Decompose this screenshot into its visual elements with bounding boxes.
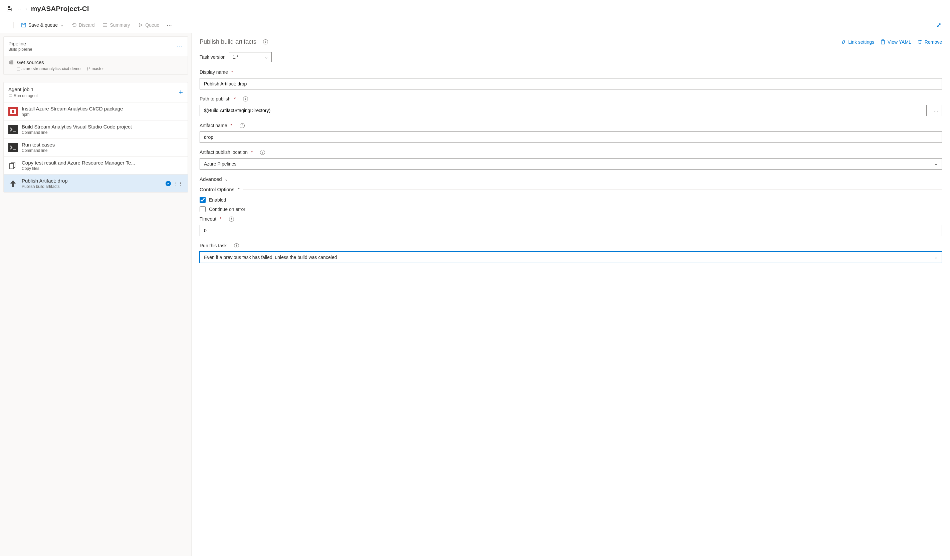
drag-handle-icon[interactable]: ⋮⋮ (174, 181, 183, 186)
play-icon (138, 22, 143, 28)
undo-icon (71, 22, 77, 28)
chevron-right-icon: › (25, 6, 27, 11)
agent-subtitle: Run on agent (8, 94, 38, 98)
svg-rect-10 (9, 95, 12, 97)
chevron-down-icon: ⌄ (265, 55, 268, 59)
project-icon (7, 6, 12, 11)
check-icon (166, 181, 171, 186)
right-panel: Publish build artifacts i Link settings … (192, 33, 950, 556)
run-task-label: Run this task i (200, 243, 942, 248)
breadcrumb: ⋯ › myASAProject-CI (0, 0, 950, 17)
upload-icon (8, 179, 18, 188)
svg-rect-17 (10, 163, 14, 169)
task-item-test[interactable]: Run test cases Command line (4, 138, 188, 156)
agent-header[interactable]: Agent job 1 Run on agent + (4, 82, 188, 102)
details-title: Publish build artifacts i (200, 38, 268, 45)
task-item-npm[interactable]: Install Azure Stream Analytics CI/CD pac… (4, 102, 188, 120)
clipboard-icon (880, 39, 885, 45)
agent-icon (8, 94, 12, 98)
queue-button[interactable]: Queue (134, 20, 163, 30)
trash-icon (917, 39, 922, 45)
save-queue-button[interactable]: Save & queue ⌄ (18, 20, 67, 30)
browse-button[interactable]: ... (930, 105, 942, 116)
svg-rect-3 (9, 9, 10, 10)
pipeline-more-icon[interactable]: ⋯ (177, 43, 183, 50)
details-header: Publish build artifacts i Link settings … (200, 38, 942, 45)
collapse-icon[interactable]: ⤢ (934, 19, 943, 31)
toolbar-more-icon[interactable]: ⋯ (164, 21, 175, 30)
svg-rect-0 (8, 6, 10, 8)
terminal-icon (8, 125, 18, 134)
chevron-down-icon: ⌄ (60, 23, 63, 28)
svg-point-7 (87, 68, 88, 68)
svg-rect-6 (17, 68, 20, 71)
branch-icon (86, 67, 91, 71)
pipeline-title: Pipeline (8, 41, 32, 46)
summary-button[interactable]: Summary (99, 20, 133, 30)
info-icon[interactable]: i (260, 150, 265, 155)
remove-button[interactable]: Remove (917, 39, 942, 45)
control-options-section[interactable]: Control Options ⌃ (200, 186, 942, 192)
artifact-name-input[interactable] (200, 131, 942, 143)
link-settings-button[interactable]: Link settings (841, 39, 874, 45)
npm-icon (8, 107, 18, 116)
agent-card: Agent job 1 Run on agent + Install Azure… (3, 82, 188, 192)
task-item-copy[interactable]: Copy test result and Azure Resource Mana… (4, 156, 188, 174)
svg-rect-2 (8, 9, 9, 10)
run-task-select[interactable]: Even if a previous task has failed, unle… (200, 252, 942, 263)
repo-icon (16, 67, 20, 71)
task-version-label: Task version (200, 54, 226, 60)
svg-point-9 (89, 68, 90, 68)
advanced-section[interactable]: Advanced ⌄ (200, 176, 942, 182)
get-sources[interactable]: Get sources azure-streamanalytics-cicd-d… (4, 56, 188, 74)
artifact-name-label: Artifact name* i (200, 123, 942, 128)
info-icon[interactable]: i (243, 97, 248, 102)
chevron-down-icon: ⌄ (934, 162, 938, 166)
continue-checkbox-row: Continue on error (200, 206, 942, 212)
display-name-input[interactable] (200, 78, 942, 89)
location-label: Artifact publish location* i (200, 149, 942, 155)
add-task-button[interactable]: + (179, 88, 183, 97)
list-icon (103, 22, 108, 28)
task-item-publish[interactable]: Publish Artifact: drop Publish build art… (4, 174, 188, 192)
path-label: Path to publish* i (200, 96, 942, 102)
pipeline-card: Pipeline Build pipeline ⋯ Get sources az… (3, 36, 188, 75)
divider (13, 22, 14, 28)
agent-title: Agent job 1 (8, 86, 38, 92)
view-yaml-button[interactable]: View YAML (880, 39, 911, 45)
timeout-input[interactable] (200, 225, 942, 236)
sources-title: Get sources (17, 59, 44, 65)
info-icon[interactable]: i (234, 243, 239, 248)
branch-name: master (86, 66, 104, 71)
link-icon (841, 39, 846, 45)
info-icon[interactable]: i (229, 217, 234, 222)
info-icon[interactable]: i (240, 123, 245, 128)
repo-name: azure-streamanalytics-cicd-demo (16, 66, 80, 71)
chevron-up-icon: ⌃ (237, 187, 240, 192)
task-version-row: Task version 1.* ⌄ (200, 52, 942, 62)
sources-icon (8, 60, 14, 65)
toolbar: Save & queue ⌄ Discard Summary Queue ⋯ ⤢ (0, 17, 950, 33)
continue-checkbox[interactable] (200, 206, 206, 212)
task-version-select[interactable]: 1.* ⌄ (229, 52, 272, 62)
svg-rect-13 (12, 110, 14, 113)
task-item-build[interactable]: Build Stream Analytics Visual Studio Cod… (4, 120, 188, 138)
breadcrumb-more-icon[interactable]: ⋯ (16, 6, 22, 12)
main-split: Pipeline Build pipeline ⋯ Get sources az… (0, 33, 950, 556)
timeout-label: Timeout* i (200, 216, 942, 222)
enabled-checkbox-row: Enabled (200, 197, 942, 203)
display-name-label: Display name* (200, 69, 942, 75)
chevron-down-icon: ⌄ (225, 177, 228, 182)
left-panel: Pipeline Build pipeline ⋯ Get sources az… (0, 33, 192, 556)
discard-button[interactable]: Discard (68, 20, 98, 30)
svg-rect-14 (8, 125, 18, 134)
chevron-down-icon: ⌄ (934, 255, 938, 260)
info-icon[interactable]: i (263, 39, 268, 45)
enabled-checkbox[interactable] (200, 197, 206, 203)
svg-rect-15 (8, 143, 18, 152)
path-input[interactable] (200, 105, 927, 116)
location-select[interactable]: Azure Pipelines ⌄ (200, 158, 942, 169)
pipeline-header[interactable]: Pipeline Build pipeline ⋯ (4, 37, 188, 56)
page-title: myASAProject-CI (31, 5, 89, 13)
copy-files-icon (8, 161, 18, 170)
